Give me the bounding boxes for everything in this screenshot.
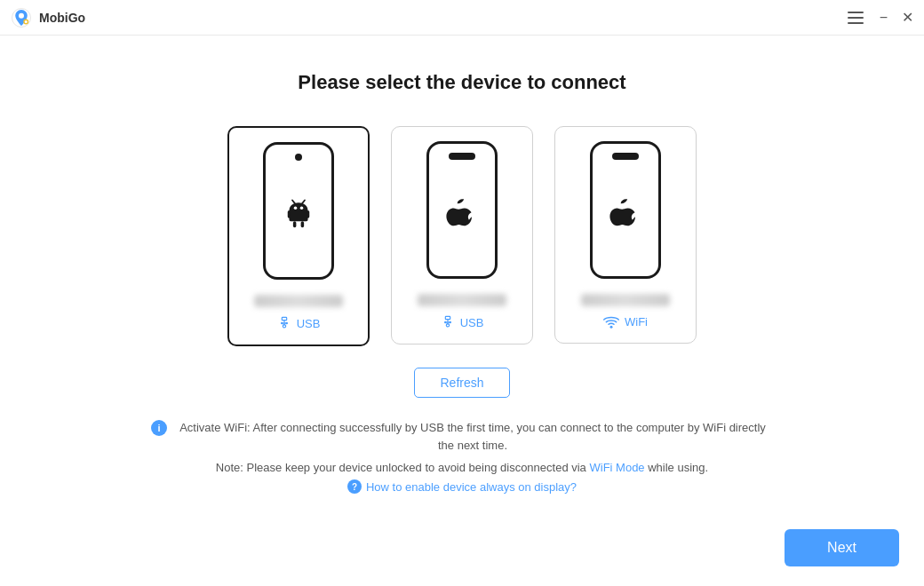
svg-rect-4 [288,210,291,218]
apple-logo-icon [442,195,482,234]
close-button[interactable]: ✕ [902,11,913,25]
device-card-ios-usb[interactable]: USB [391,126,533,344]
ios-wifi-connection: WiFi [603,315,648,329]
android-camera-dot [295,154,302,161]
app-title: MobiGo [39,11,85,25]
ios-wifi-device-name [581,294,670,306]
svg-point-9 [300,206,304,210]
svg-point-23 [446,324,449,327]
android-usb-label: USB [297,317,321,330]
svg-rect-7 [301,221,305,227]
page-title: Please select the device to connect [298,71,625,94]
note-label: Note: Please keep your device unlocked t… [216,461,590,474]
help-link[interactable]: How to enable device always on display? [366,480,577,494]
ios-usb-phone-illustration [422,141,502,283]
ios-wifi-phone-illustration [585,141,665,283]
ios-wifi-phone-body [590,141,661,279]
title-bar-left: MobiGo [11,7,85,28]
main-content: Please select the device to connect [0,36,924,586]
ios-usb-phone-body [426,141,498,279]
svg-rect-5 [307,210,310,218]
apple-logo-icon-2 [606,195,645,234]
android-phone-illustration [259,142,339,284]
svg-rect-18 [445,316,450,319]
svg-point-16 [285,322,288,325]
android-device-name [254,295,343,307]
device-cards-container: USB [227,126,697,346]
app-logo-icon [11,7,32,28]
svg-point-22 [449,321,451,324]
note-text: Note: Please keep your device unlocked t… [151,461,773,474]
ios-usb-connection: USB [441,315,484,329]
android-phone-body [263,142,334,280]
ios-wifi-notch [612,153,639,160]
device-card-ios-wifi[interactable]: WiFi [554,126,697,344]
info-icon: i [151,420,167,436]
android-logo-icon [280,197,317,234]
activate-wifi-row: i Activate WiFi: After connecting succes… [151,419,773,454]
device-card-android-usb[interactable]: USB [227,126,370,346]
android-usb-connection: USB [277,316,321,330]
svg-point-3 [25,20,28,23]
svg-line-11 [302,200,306,203]
svg-point-8 [294,206,298,210]
svg-point-17 [283,325,285,328]
ios-usb-device-name [418,294,506,306]
usb-icon-2 [441,315,455,329]
title-bar-controls: − ✕ [846,10,913,26]
svg-point-15 [281,322,283,325]
ios-wifi-label: WiFi [625,315,648,329]
title-bar: MobiGo − ✕ [0,0,924,36]
menu-button[interactable] [846,10,865,26]
next-button[interactable]: Next [785,529,899,566]
activate-wifi-text: Activate WiFi: After connecting successf… [172,419,773,454]
svg-point-21 [444,321,447,324]
refresh-button[interactable]: Refresh [414,368,509,398]
ios-usb-notch [449,153,475,160]
svg-point-24 [610,325,613,328]
svg-rect-12 [282,317,286,320]
svg-point-1 [19,12,24,18]
note-suffix: while using. [645,461,709,474]
help-icon: ? [347,479,362,494]
wifi-mode-link: WiFi Mode [589,461,644,474]
usb-icon [277,316,291,330]
help-row: ? How to enable device always on display… [151,479,773,494]
svg-rect-6 [293,221,297,227]
minimize-button[interactable]: − [880,11,888,25]
wifi-icon [603,316,619,329]
info-section: i Activate WiFi: After connecting succes… [151,419,773,494]
svg-line-10 [292,200,296,203]
ios-usb-label: USB [460,316,484,329]
